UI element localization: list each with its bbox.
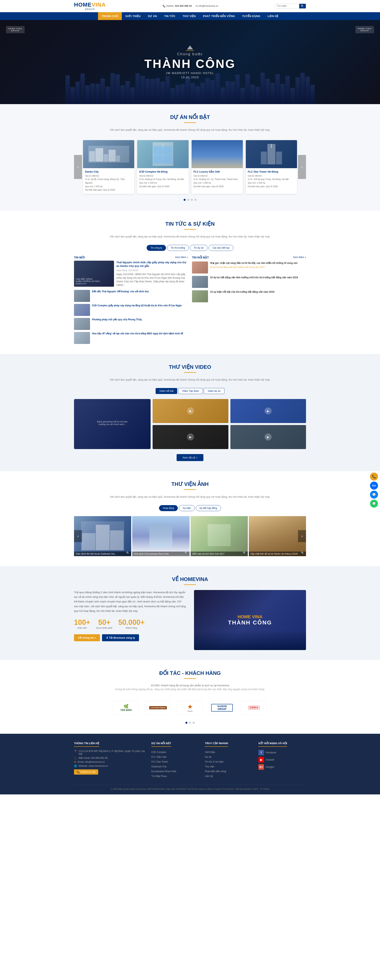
footer-truy-cap-item-4[interactable]: Thư viện — [205, 764, 252, 769]
photo-item-2[interactable]: Hình phối 2 Eurowindow River Park 🔍 — [132, 516, 189, 556]
contact-info: 📞 Hotline: 024 665 988 39 ✉ info@homevin… — [163, 5, 218, 7]
du-an-section: DỰ ÁN NỔI BẬT Với cách làm quyết liệt, s… — [0, 104, 380, 211]
video-tab-du-an[interactable]: Video dự án — [204, 388, 225, 394]
partner-dot-2[interactable] — [189, 722, 191, 724]
photo-tab-hoat-dong[interactable]: Hoạt động — [159, 505, 178, 511]
footer-du-an-item-4[interactable]: Goldmark City — [151, 764, 199, 769]
search-box[interactable]: 🔍 — [275, 3, 306, 9]
footer-truy-cap-item-6[interactable]: Liên hệ — [205, 774, 252, 779]
news-tab-du-an[interactable]: Tin dự án — [190, 245, 207, 251]
dot-3[interactable] — [191, 199, 193, 201]
nav-thu-vien[interactable]: THƯ VIỆN — [179, 12, 200, 20]
dot-4[interactable] — [195, 199, 196, 201]
project-card-2[interactable]: ICID Complex Hà Đông Giá từ 30tr/m2 Vị t… — [137, 140, 188, 194]
footer-du-an-item-2[interactable]: FLC Sầm Sơn — [151, 754, 199, 759]
highlight-item-3[interactable]: 10 sự kiện nổi bật của thị trường bất độ… — [192, 290, 306, 302]
photo-item-1[interactable]: Toàn cảnh liên kết dự án Goldmark City..… — [74, 516, 131, 556]
nav-tuyen-dung[interactable]: TUYỂN DỤNG — [239, 12, 264, 20]
video-thumb-3[interactable]: ▶ — [153, 425, 228, 449]
social-item-facebook[interactable]: f Facebook — [258, 750, 306, 756]
footer-du-an-item-3[interactable]: FLC Star Tower — [151, 759, 199, 764]
nav-lien-he[interactable]: LIÊN HỆ — [264, 12, 282, 20]
footer-truy-cap-item-5[interactable]: Phát triển bền vững — [205, 769, 252, 774]
photo-zoom-icon-3[interactable]: 🔍 — [243, 551, 246, 555]
xem-them-video-btn[interactable]: Xem tất cả > — [177, 454, 204, 461]
news-highlight-see-more[interactable]: Xem thêm » — [293, 256, 306, 259]
fixed-chat-btn[interactable]: 💬 — [370, 500, 378, 508]
carousel-prev-btn[interactable]: ‹ — [74, 155, 82, 179]
nav-trang-chu[interactable]: TRANG CHỦ — [98, 12, 122, 20]
video-thumb-2[interactable]: ▶ — [230, 399, 306, 423]
social-item-youtube[interactable]: ▶ Youtube — [258, 757, 306, 762]
news-item-img-3 — [74, 318, 90, 330]
news-tab-bai-viet[interactable]: Các bài viết hay — [209, 245, 233, 251]
dot-2[interactable] — [187, 199, 189, 201]
news-item-3[interactable]: Phương pháp chủ yếu quy của Phong Thủy — [74, 318, 188, 330]
nav-du-an[interactable]: DỰ ÁN — [144, 12, 161, 20]
photo-item-4[interactable]: Cập nhật tiến độ dự án Danko city tháng … — [249, 516, 306, 556]
play-btn-1[interactable]: ▶ — [187, 407, 194, 414]
fixed-phone-btn[interactable]: 📞 — [370, 473, 378, 480]
photo-item-3[interactable]: Diễn mạo du lịch Sầm Sơn 2017 🔍 — [191, 516, 248, 556]
video-thumb-4[interactable]: ▶ — [230, 425, 306, 449]
photo-tab-ky-ket[interactable]: Ký kết hợp đồng — [196, 505, 221, 511]
highlight-item-2[interactable]: 10 dự án bất động sản ảnh hưởng nhỏ trên… — [192, 276, 306, 288]
fixed-zalo-btn[interactable]: Zalo — [370, 482, 378, 490]
fixed-messenger-btn[interactable]: 💬 — [370, 490, 378, 498]
social-item-google[interactable]: G+ Google+ — [258, 764, 306, 770]
news-tab-thi-truong[interactable]: Tin thị trường — [167, 245, 189, 251]
search-input[interactable] — [275, 4, 299, 8]
partner-logo-gaison[interactable]: GAISON GROUP — [209, 701, 235, 715]
footer-hotline-btn[interactable]: 📞 Hotline tư vấn — [74, 769, 98, 775]
project-card-1[interactable]: Danko City Giá từ 18tr/m2 Vị trí: QL3B, … — [83, 140, 134, 194]
photo-nav-next[interactable]: › — [298, 530, 306, 542]
nav-phat-trien[interactable]: PHÁT TRIỂN BỀN VỮNG — [200, 12, 239, 20]
hero-logo-right: HOME VINA GROUP — [355, 26, 374, 33]
photo-zoom-icon-2[interactable]: 🔍 — [185, 551, 188, 555]
news-tab-cong-ty[interactable]: Tin công ty — [147, 245, 166, 251]
footer-truy-cap-item-2[interactable]: Dự án — [205, 754, 252, 759]
du-an-title: DỰ ÁN NỔI BẬT — [74, 114, 306, 120]
photo-tab-su-kien[interactable]: Sự kiện — [179, 505, 195, 511]
photo-zoom-icon-1[interactable]: 🔍 — [126, 551, 130, 555]
carousel-next-btn[interactable]: › — [298, 155, 306, 179]
highlight-item-1[interactable]: 'Đại gia' chặn sợt sáng đầu tư từ Hà Nội… — [192, 261, 306, 274]
photo-zoom-icon-4[interactable]: 🔍 — [301, 551, 304, 555]
partner-dot-1[interactable] — [185, 722, 187, 724]
video-tab-tap-doan[interactable]: Video Tập đoàn — [178, 388, 203, 394]
partner-logo-star[interactable]: ★ Danko — [177, 701, 203, 715]
video-section-subtitle: Với cách làm quyết liệt, sáng tạo và hiệ… — [74, 378, 306, 382]
footer-du-an-col: DỰ ÁN NỔI BẬT ICID Complex FLC Sầm Sơn F… — [151, 742, 199, 779]
video-thumb-1[interactable]: ▶ — [153, 399, 228, 423]
play-btn-3[interactable]: ▶ — [187, 433, 194, 441]
video-tab-noi-bat[interactable]: Video nổi bật — [155, 388, 177, 394]
partner-logo-lietviet[interactable]: LienVietPostBank — [145, 701, 171, 715]
partner-logo-yenbinh[interactable]: 🌿 YEN BINH — [113, 701, 139, 715]
btn-tai-brochure[interactable]: ⬇ Tải Brochure công ty — [102, 634, 139, 641]
footer-du-an-item-1[interactable]: ICID Complex — [151, 750, 199, 754]
footer-du-an-item-5[interactable]: Eurowindow River Park — [151, 769, 199, 774]
dot-1[interactable] — [184, 199, 185, 201]
news-see-more[interactable]: Xem thêm » — [175, 256, 188, 259]
nav-tin-tuc[interactable]: TIN TỨC — [161, 12, 179, 20]
video-main[interactable]: Đánh giá không thể lúc khi bầutrường còn… — [74, 399, 150, 449]
logo[interactable]: HOMEVINA GROUP — [74, 2, 106, 10]
btn-ve-chung-toi[interactable]: Về chúng tôi » — [74, 634, 100, 641]
play-btn-2[interactable]: ▶ — [264, 407, 272, 414]
news-item-2[interactable]: ICID Complex giấy phép xây dựng hạ tầng … — [74, 304, 188, 316]
news-item-4[interactable]: Hoa hậu tố 'vắng' sẽ tạo sức bán cho thị… — [74, 332, 188, 344]
nav-gioi-thieu[interactable]: GIỚI THIỆU — [122, 12, 144, 20]
partner-dot-3[interactable] — [193, 722, 195, 724]
project-card-3[interactable]: FLC Luxury Sầm Sơn Giá từ 18tr/m2 Vị trí… — [192, 140, 243, 194]
project-card-4[interactable]: FLC Star Tower Hà Đông Giá từ 18tr/m2 Vị… — [246, 140, 297, 194]
partner-logo-eureka[interactable]: EUREKA — [241, 701, 267, 715]
photo-nav-prev[interactable]: ‹ — [74, 530, 82, 542]
search-button[interactable]: 🔍 — [299, 4, 306, 8]
footer-truy-cap-item-1[interactable]: Giới thiệu — [205, 750, 252, 754]
footer-truy-cap-item-3[interactable]: Tin tức & Sự kiện — [205, 759, 252, 764]
news-featured[interactable]: THÁP BIỂU TƯỢNGQUẢNG TRƯỜNG VICTORIADANK… — [74, 261, 188, 287]
play-btn-4[interactable]: ▶ — [264, 433, 272, 441]
news-item-1[interactable]: Đất nền Thái Nguyên 'để thoáng' còn với … — [74, 290, 188, 302]
footer-du-an-item-6[interactable]: Tứ Hiệp Plaza — [151, 774, 199, 779]
about-section-title: VỀ HOMEVINA — [74, 576, 306, 582]
